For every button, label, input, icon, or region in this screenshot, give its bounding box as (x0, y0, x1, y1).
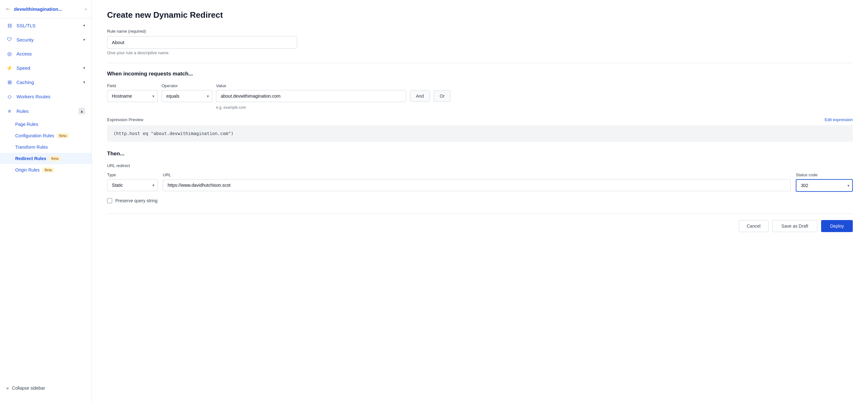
sidebar-item-label-caching: Caching (17, 80, 34, 85)
and-button[interactable]: And (410, 90, 430, 102)
speed-icon: ⚡ (6, 65, 13, 71)
sidebar-sub-item-origin-rules[interactable]: Origin Rules Beta (0, 164, 92, 176)
rule-name-label: Rule name (required) (107, 29, 853, 34)
divider-1 (107, 63, 853, 63)
sidebar-sub-item-config-rules[interactable]: Configuration Rules Beta (0, 130, 92, 141)
sidebar-item-security[interactable]: 🛡 Security ▾ (0, 33, 92, 47)
sidebar-item-label-access: Access (17, 51, 32, 56)
chevron-down-icon-speed: ▾ (83, 66, 85, 70)
sidebar-item-label-speed: Speed (17, 65, 30, 71)
ssl-icon: ⊟ (6, 23, 13, 29)
when-section: When incoming requests match... Field Ho… (107, 71, 853, 110)
type-select[interactable]: Static Dynamic (107, 179, 158, 191)
sidebar-item-workers-routes[interactable]: ◇ Workers Routes (0, 89, 92, 104)
or-button[interactable]: Or (434, 90, 451, 102)
expression-preview-label: Expression Preview (107, 117, 143, 122)
sidebar-sub-item-page-rules[interactable]: Page Rules (0, 119, 92, 130)
then-section: Then... URL redirect Type Static Dynamic… (107, 151, 853, 203)
sidebar-item-rules[interactable]: ≡ Rules ▴ (0, 104, 92, 119)
security-icon: 🛡 (6, 37, 13, 42)
sidebar-header[interactable]: ← devwithimagination... › (0, 0, 92, 19)
operator-label: Operator (161, 83, 212, 88)
type-label: Type (107, 172, 158, 177)
sidebar-item-speed[interactable]: ⚡ Speed ▾ (0, 61, 92, 75)
config-rules-badge: Beta (57, 133, 69, 138)
redirect-rules-badge: Beta (49, 156, 61, 161)
sidebar-item-caching[interactable]: ⊞ Caching ▾ (0, 75, 92, 89)
sidebar-sub-item-redirect-rules[interactable]: Redirect Rules Beta (0, 153, 92, 164)
main-content: Create new Dynamic Redirect Rule name (r… (92, 0, 868, 402)
sidebar-sub-label-page-rules: Page Rules (15, 122, 38, 127)
sidebar-sub-label-redirect-rules: Redirect Rules (15, 156, 46, 161)
operator-group: Operator equals (161, 83, 212, 102)
url-field-group: URL (163, 172, 791, 191)
expression-header: Expression Preview Edit expression (107, 117, 853, 122)
then-fields-row: Type Static Dynamic URL Status code 301 (107, 172, 853, 192)
back-icon[interactable]: ← (5, 6, 11, 12)
origin-rules-badge: Beta (42, 167, 55, 172)
value-hint: e.g. example.com (216, 105, 406, 110)
url-redirect-label: URL redirect (107, 163, 853, 168)
preserve-query-row: Preserve query string (107, 198, 853, 203)
sidebar-item-label-ssl: SSL/TLS (17, 23, 35, 28)
value-group: Value e.g. example.com (216, 83, 406, 110)
when-title: When incoming requests match... (107, 71, 853, 77)
access-icon: ◎ (6, 51, 13, 57)
type-field-group: Type Static Dynamic (107, 172, 158, 191)
url-label: URL (163, 172, 791, 177)
field-label: Field (107, 83, 158, 88)
rule-name-input[interactable] (107, 36, 297, 49)
cancel-button[interactable]: Cancel (739, 220, 769, 232)
operator-select-wrapper: equals (161, 90, 212, 102)
operator-select[interactable]: equals (161, 90, 212, 102)
sidebar-item-label-security: Security (17, 37, 34, 42)
footer-buttons: Cancel Save as Draft Deploy (107, 213, 853, 232)
deploy-button[interactable]: Deploy (821, 220, 853, 232)
status-select-wrapper: 301 302 303 307 308 (796, 179, 853, 192)
chevron-down-icon-security: ▾ (83, 38, 85, 42)
caching-icon: ⊞ (6, 79, 13, 85)
collapse-icon: « (6, 385, 9, 391)
rule-name-hint: Give your rule a descriptive name. (107, 50, 853, 55)
save-draft-button[interactable]: Save as Draft (772, 220, 818, 232)
sidebar-item-label-rules: Rules (17, 109, 29, 114)
url-input[interactable] (163, 179, 791, 191)
page-title: Create new Dynamic Redirect (107, 10, 853, 20)
sidebar: ← devwithimagination... › ⊟ SSL/TLS ▾ 🛡 … (0, 0, 92, 402)
sidebar-sub-label-transform-rules: Transform Rules (15, 145, 48, 150)
header-chevron-icon: › (85, 7, 87, 11)
rules-toggle[interactable]: ▴ (79, 108, 85, 114)
rules-icon: ≡ (6, 109, 13, 114)
value-label: Value (216, 83, 406, 88)
workers-icon: ◇ (6, 93, 13, 99)
field-select[interactable]: Hostname (107, 90, 158, 102)
then-title: Then... (107, 151, 853, 157)
sidebar-sub-label-origin-rules: Origin Rules (15, 167, 40, 172)
expression-section: Expression Preview Edit expression (http… (107, 117, 853, 142)
domain-title: devwithimagination... (14, 6, 82, 12)
rule-name-section: Rule name (required) Give your rule a de… (107, 29, 853, 55)
sidebar-sub-item-transform-rules[interactable]: Transform Rules (0, 141, 92, 153)
value-input[interactable] (216, 90, 406, 102)
type-select-wrapper: Static Dynamic (107, 179, 158, 191)
sidebar-item-ssl-tls[interactable]: ⊟ SSL/TLS ▾ (0, 19, 92, 33)
expression-box: (http.host eq "about.devwithimagination.… (107, 125, 853, 142)
status-code-select[interactable]: 301 302 303 307 308 (796, 179, 853, 192)
status-code-label: Status code (796, 172, 853, 177)
edit-expression-link[interactable]: Edit expression (825, 117, 853, 122)
field-group: Field Hostname (107, 83, 158, 102)
sidebar-item-label-workers: Workers Routes (17, 94, 50, 99)
status-code-field-group: Status code 301 302 303 307 308 (796, 172, 853, 192)
fields-row: Field Hostname Operator equals Value (107, 83, 853, 110)
sidebar-sub-label-config-rules: Configuration Rules (15, 133, 54, 138)
collapse-label: Collapse sidebar (12, 385, 45, 391)
preserve-query-checkbox[interactable] (107, 198, 112, 203)
collapse-sidebar[interactable]: « Collapse sidebar (0, 380, 92, 396)
sidebar-item-access[interactable]: ◎ Access (0, 47, 92, 61)
field-select-wrapper: Hostname (107, 90, 158, 102)
chevron-down-icon: ▾ (83, 24, 85, 28)
preserve-query-label: Preserve query string (115, 198, 157, 203)
chevron-down-icon-caching: ▾ (83, 80, 85, 84)
